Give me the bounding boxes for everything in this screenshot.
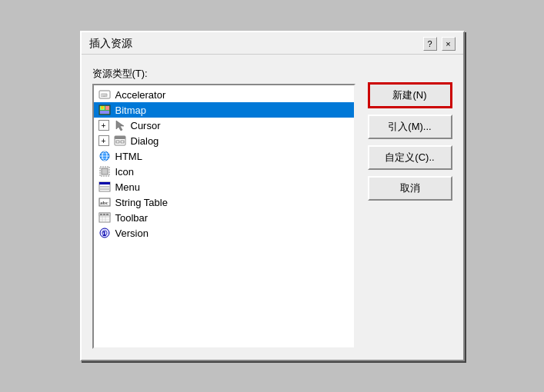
cursor-expand-icon[interactable]: + (98, 120, 109, 131)
list-item-bitmap[interactable]: Bitmap (94, 102, 354, 118)
resource-listbox[interactable]: ⌨ Accelerator (92, 84, 355, 349)
resource-type-label: 资源类型(T): (92, 67, 355, 81)
close-button[interactable]: × (442, 37, 456, 51)
left-panel: 资源类型(T): ⌨ Accelerator (92, 67, 355, 349)
list-item-stringtable[interactable]: abc String Table (94, 194, 354, 210)
list-item-menu[interactable]: Menu (94, 179, 354, 194)
svg-point-6 (101, 106, 104, 109)
dialog-body: 资源类型(T): ⌨ Accelerator (82, 55, 463, 360)
insert-resource-dialog: 插入资源 ? × 资源类型(T): ⌨ Accelerator (80, 31, 465, 361)
right-panel: 新建(N) 引入(M)... 自定义(C).. 取消 (368, 67, 452, 349)
cancel-button[interactable]: 取消 (368, 176, 452, 201)
list-item-dialog[interactable]: + Dialog (94, 133, 354, 148)
html-icon (98, 150, 111, 162)
list-item-version[interactable]: 1 Version (94, 225, 354, 241)
cursor-label: Cursor (131, 120, 161, 131)
svg-rect-18 (102, 168, 108, 174)
svg-rect-5 (100, 111, 109, 114)
version-label: Version (115, 228, 149, 239)
dialog-icon (114, 135, 126, 147)
bitmap-icon (98, 104, 111, 116)
import-button[interactable]: 引入(M)... (368, 115, 452, 139)
version-icon: 1 (98, 227, 111, 239)
custom-button[interactable]: 自定义(C).. (368, 145, 452, 170)
svg-text:abc: abc (100, 200, 108, 206)
list-item-accelerator[interactable]: ⌨ Accelerator (94, 87, 354, 102)
list-item-html[interactable]: HTML (94, 148, 354, 164)
html-label: HTML (115, 151, 142, 162)
stringtable-icon: abc (98, 196, 111, 208)
list-item-cursor[interactable]: + Cursor (94, 118, 354, 133)
svg-rect-9 (115, 136, 125, 139)
new-button[interactable]: 新建(N) (368, 82, 452, 108)
dialog-label: Dialog (131, 135, 159, 147)
icon-label: Icon (115, 166, 135, 178)
svg-marker-7 (116, 121, 124, 131)
cursor-icon (114, 119, 126, 131)
bitmap-label: Bitmap (115, 105, 146, 116)
icon-icon (98, 165, 111, 178)
toolbar-label: Toolbar (115, 212, 149, 224)
help-button[interactable]: ? (423, 37, 437, 51)
svg-rect-11 (121, 141, 124, 143)
svg-rect-20 (99, 182, 110, 184)
svg-text:⌨: ⌨ (101, 93, 108, 98)
dialog-expand-icon[interactable]: + (98, 135, 109, 146)
list-item-icon[interactable]: Icon (94, 164, 354, 179)
accelerator-icon: ⌨ (98, 88, 111, 101)
svg-rect-10 (116, 141, 119, 143)
title-bar: 插入资源 ? × (82, 32, 463, 55)
dialog-title: 插入资源 (89, 37, 132, 51)
menu-icon (98, 181, 111, 193)
svg-rect-28 (103, 214, 105, 215)
svg-rect-29 (106, 214, 108, 215)
title-buttons: ? × (423, 37, 456, 51)
list-item-toolbar[interactable]: Toolbar (94, 210, 354, 225)
menu-label: Menu (115, 181, 141, 193)
toolbar-icon (98, 211, 111, 224)
accelerator-label: Accelerator (115, 89, 166, 101)
svg-rect-27 (100, 214, 102, 215)
stringtable-label: String Table (115, 197, 168, 208)
svg-rect-4 (105, 106, 109, 110)
